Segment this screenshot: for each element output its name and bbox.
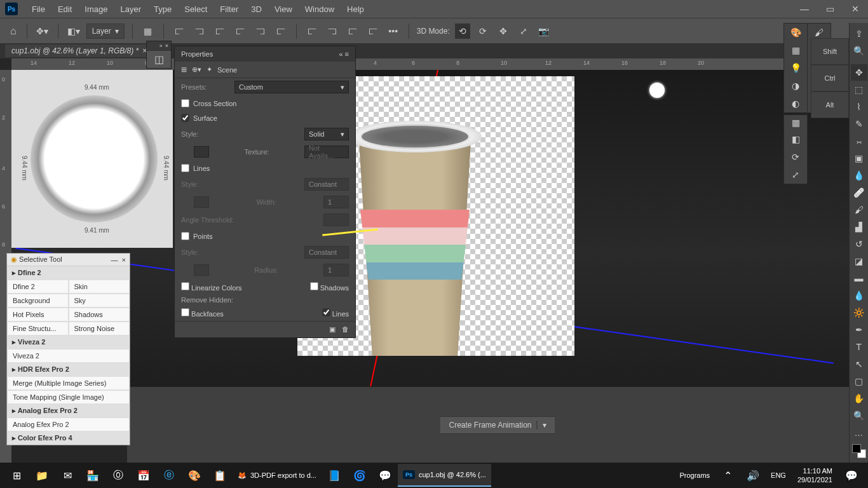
frame-tool[interactable]: ▣ [851,150,867,166]
panel-dock[interactable]: »× ◫ [146,41,172,69]
move-tool[interactable]: ✥ [851,64,867,81]
selective-group-header[interactable]: ▸ Viveza 2 [7,336,130,349]
surface-color-swatch[interactable] [194,146,209,158]
photoshop-task[interactable]: Pscup1.obj @ 42.6% (... [398,464,491,487]
align-left-icon[interactable]: ⫍ [172,24,187,39]
auto-select-icon[interactable]: ◧▾ [66,24,81,39]
hand-tool[interactable]: ✋ [851,390,867,407]
surface-checkbox[interactable] [181,114,189,122]
home-icon[interactable]: ⌂ [8,23,19,39]
linearize-checkbox[interactable] [181,282,189,290]
menu-filter[interactable]: Filter [214,4,245,14]
panel-menu-icon[interactable]: ≡ [345,50,349,58]
crop-tool[interactable]: ⟗ [851,133,867,149]
stamp-tool[interactable]: ▟ [851,219,867,235]
more-icon[interactable]: ••• [386,24,401,39]
selective-item[interactable]: Strong Noise [69,322,130,336]
shape-tool[interactable]: ▢ [851,373,867,390]
cross-section-checkbox[interactable] [181,99,189,107]
start-button[interactable]: ⊞ [4,464,29,487]
transform-controls-icon[interactable]: ▦ [140,24,156,39]
selective-close-icon[interactable]: × [122,256,126,264]
selective-minimize-icon[interactable]: — [111,256,118,264]
pen-tool[interactable]: ✒ [851,322,867,338]
selective-item[interactable]: Merge (Multiple Image Series) [7,376,130,390]
marquee-tool[interactable]: ⬚ [851,81,867,98]
edit-toolbar-icon[interactable]: … [851,424,867,441]
dodge-tool[interactable]: 🔆 [851,304,867,321]
3d-orbit-icon[interactable]: ⟲ [455,24,470,39]
selective-group-header[interactable]: ▸ Color Efex Pro 4 [7,431,130,445]
distribute-2-icon[interactable]: ⫎ [325,24,340,39]
brush-tool[interactable]: 🖌 [851,201,867,218]
mail-icon[interactable]: ✉ [55,464,80,487]
layer-dropdown[interactable]: Layer▾ [86,24,125,39]
align-top-icon[interactable]: ⫍ [233,24,248,39]
selective-item[interactable]: Hot Pixels [7,308,69,322]
selective-item[interactable]: Viveza 2 [7,349,130,363]
tray-up-icon[interactable]: ⌃ [715,464,740,487]
menu-edit[interactable]: Edit [51,4,78,14]
swatches-panel-icon[interactable]: ▦ [784,41,807,59]
align-bottom-icon[interactable]: ⫍ [273,24,288,39]
menu-window[interactable]: Window [299,4,341,14]
channels-panel-icon[interactable]: ⟳ [784,148,807,166]
lines-checkbox[interactable] [181,164,189,172]
align-center-v-icon[interactable]: ⫎ [253,24,268,39]
firefox-task[interactable]: 🦊3D-PDF export to d... [233,464,322,487]
align-center-h-icon[interactable]: ⫎ [192,24,207,39]
selective-group-header[interactable]: ▸ Analog Efex Pro 2 [7,404,130,417]
selective-item[interactable]: Dfine 2 [7,280,69,294]
points-checkbox[interactable] [181,232,189,240]
create-frame-animation-button[interactable]: Create Frame Animation ▾ [439,416,555,434]
close-button[interactable]: ✕ [843,0,868,18]
selective-item[interactable]: Tone Mapping (Single Image) [7,390,130,404]
path-select-tool[interactable]: ↖ [851,356,867,372]
texture-dropdown[interactable]: Not Availa… [304,146,349,158]
maximize-button[interactable]: ▭ [817,0,843,18]
menu-layer[interactable]: Layer [114,4,148,14]
render-icon[interactable]: ▣ [329,325,336,334]
lasso-tool[interactable]: ⌇ [851,98,867,115]
eraser-tool[interactable]: ◪ [851,253,867,269]
store-icon[interactable]: 🏪 [80,464,105,487]
presets-dropdown[interactable]: Custom▾ [234,81,349,93]
paint-icon[interactable]: 🎨 [182,464,207,487]
shadows-checkbox[interactable] [310,282,318,290]
align-right-icon[interactable]: ⫍ [212,24,227,39]
app-icon-2[interactable]: 📘 [322,464,347,487]
selective-item[interactable]: Sky [69,294,130,308]
zoom-tool[interactable]: 🔍 [851,407,867,424]
selective-item[interactable]: Shadows [69,308,130,322]
document-tab[interactable]: cup1.obj @ 42.6% (Layer 1, RGB/8) * × [5,44,153,57]
unreal-icon[interactable]: ⓪ [105,464,131,487]
3d-panel-icon[interactable]: ◫ [147,50,171,68]
programs-tray[interactable]: Programs [674,464,715,487]
color-panel-icon[interactable]: 🎨 [784,24,807,41]
lines2-checkbox[interactable] [322,308,330,316]
selective-item[interactable]: Fine Structu... [7,322,69,336]
blender-icon[interactable]: 🌀 [347,464,372,487]
selective-group-header[interactable]: ▸ Dfine 2 [7,266,130,280]
selective-item[interactable]: Background [7,294,69,308]
3d-cup-object[interactable] [348,121,482,356]
3d-roll-icon[interactable]: ⟳ [475,24,491,39]
trash-icon[interactable]: 🗑 [342,325,349,334]
selective-group-header[interactable]: ▸ HDR Efex Pro 2 [7,363,130,376]
scene-icon-1[interactable]: ⊞ [181,65,187,74]
app-icon-1[interactable]: 📋 [207,464,233,487]
menu-image[interactable]: Image [78,4,114,14]
notifications-icon[interactable]: 💬 [839,464,864,487]
menu-file[interactable]: File [25,4,51,14]
scene-icon-3[interactable]: ✦ [207,65,212,74]
layers-panel-icon[interactable]: ◧ [784,130,807,148]
distribute-3-icon[interactable]: ⫍ [345,24,360,39]
3d-camera-icon[interactable]: 📷 [536,24,552,39]
styles-panel-icon[interactable]: ▦ [784,112,807,130]
healing-tool[interactable]: 🩹 [851,184,867,201]
distribute-4-icon[interactable]: ⫍ [365,24,381,39]
clock[interactable]: 11:10 AM 29/01/2021 [791,466,839,485]
color-swatches[interactable] [852,444,866,458]
libraries-panel-icon[interactable]: 💡 [784,59,807,77]
menu-type[interactable]: Type [147,4,178,14]
